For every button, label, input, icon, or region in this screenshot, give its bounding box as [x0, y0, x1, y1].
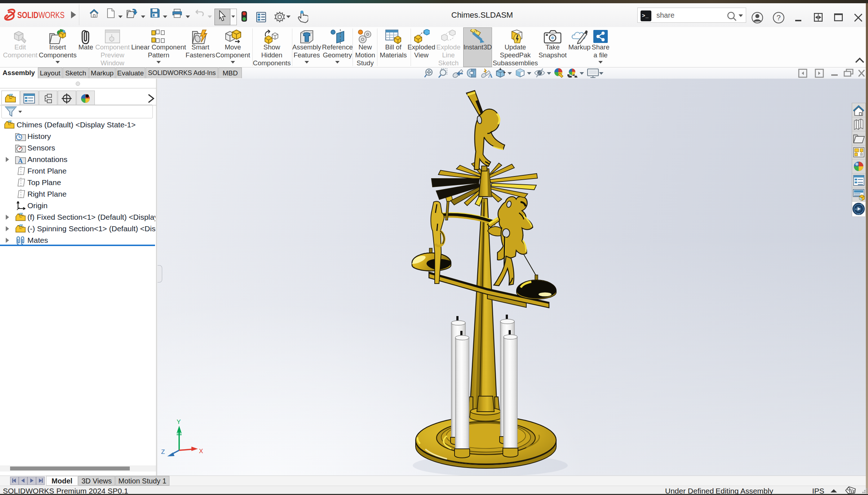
svg-text:Z: Z	[161, 448, 165, 455]
svg-text:X: X	[199, 448, 203, 455]
svg-text:Fy: Fy	[861, 203, 863, 205]
svg-text:?: ?	[776, 13, 781, 22]
svg-text:SOLIDWORKS: SOLIDWORKS	[17, 10, 65, 20]
svg-text:A: A	[18, 157, 23, 164]
svg-text:Y: Y	[177, 419, 181, 425]
svg-text:3D: 3D	[855, 208, 858, 210]
svg-text:A: A	[488, 72, 493, 79]
svg-text:V.R: V.R	[857, 213, 860, 215]
